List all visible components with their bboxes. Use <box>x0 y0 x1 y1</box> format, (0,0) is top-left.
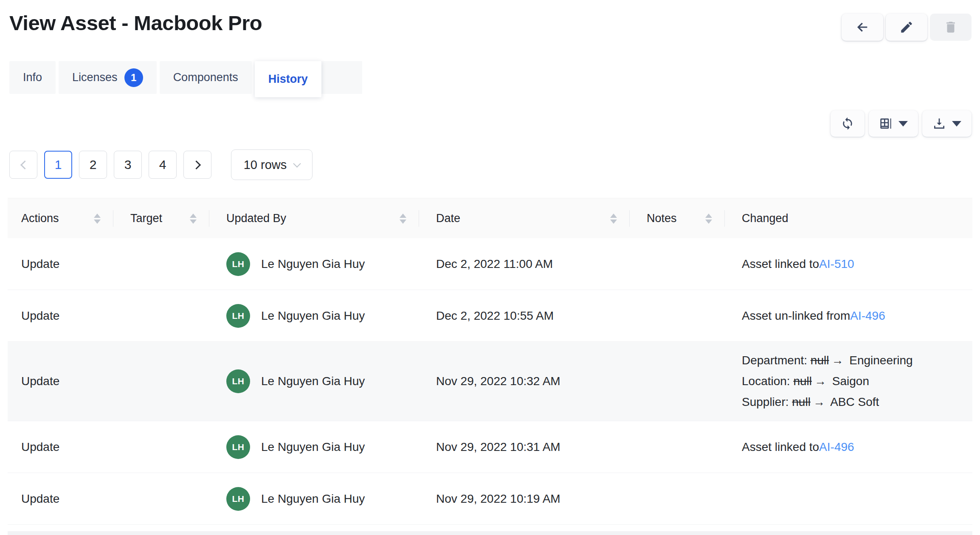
user-name: Le Nguyen Gia Huy <box>261 309 365 323</box>
cell-action: Update <box>8 374 113 388</box>
arrow-right-icon: → <box>811 395 828 408</box>
history-table: Actions Target Updated By Date Notes Cha… <box>8 198 972 525</box>
column-header-target[interactable]: Target <box>113 198 209 239</box>
avatar: LH <box>226 304 250 328</box>
refresh-icon <box>841 117 854 130</box>
next-row-edge <box>8 531 972 535</box>
column-label: Date <box>436 212 460 225</box>
columns-caret-icon <box>898 121 908 127</box>
tab-licenses-label: Licenses <box>72 71 118 84</box>
header-actions <box>842 14 972 41</box>
arrow-right-icon: → <box>829 354 846 367</box>
table-row: Update LH Le Nguyen Gia Huy Dec 2, 2022 … <box>8 238 972 290</box>
table-row: Update LH Le Nguyen Gia Huy Nov 29, 2022… <box>8 473 972 525</box>
old-value: null <box>811 354 829 367</box>
column-header-updated-by[interactable]: Updated By <box>209 198 419 239</box>
tab-strip-filler <box>321 61 362 94</box>
download-icon <box>932 117 946 130</box>
sort-icon <box>94 214 101 224</box>
columns-button[interactable] <box>869 110 918 137</box>
cell-changed: Department: null→ Engineering Location: … <box>725 342 972 421</box>
cell-updated-by: LH Le Nguyen Gia Huy <box>209 435 419 459</box>
asset-link[interactable]: AI-510 <box>819 257 854 271</box>
page-header: View Asset - Macbook Pro <box>0 0 980 41</box>
page-title: View Asset - Macbook Pro <box>9 11 262 35</box>
delete-button[interactable] <box>930 14 972 41</box>
tab-licenses[interactable]: Licenses 1 <box>59 61 157 94</box>
column-label: Target <box>130 212 162 225</box>
user-name: Le Nguyen Gia Huy <box>261 440 365 454</box>
page-button-3[interactable]: 3 <box>114 151 142 179</box>
back-button[interactable] <box>842 14 883 41</box>
chevron-right-icon <box>191 160 200 169</box>
sort-icon <box>190 214 197 224</box>
cell-updated-by: LH Le Nguyen Gia Huy <box>209 252 419 276</box>
page-button-1[interactable]: 1 <box>44 151 72 179</box>
cell-updated-by: LH Le Nguyen Gia Huy <box>209 487 419 511</box>
asset-link[interactable]: AI-496 <box>850 309 885 323</box>
change-field: Supplier: <box>742 395 792 408</box>
page-button-4[interactable]: 4 <box>149 151 177 179</box>
change-field: Department: <box>742 354 811 367</box>
tab-bar: Info Licenses 1 Components History <box>9 61 980 98</box>
change-lines: Department: null→ Engineering Location: … <box>742 342 913 421</box>
cell-updated-by: LH Le Nguyen Gia Huy <box>209 369 419 393</box>
user-name: Le Nguyen Gia Huy <box>261 374 365 388</box>
user-name: Le Nguyen Gia Huy <box>261 492 365 506</box>
cell-date: Nov 29, 2022 10:32 AM <box>419 374 630 388</box>
edit-button[interactable] <box>886 14 927 41</box>
trash-icon <box>943 20 958 34</box>
avatar: LH <box>226 369 250 393</box>
export-button[interactable] <box>922 110 972 137</box>
page-number: 1 <box>55 158 62 172</box>
export-caret-icon <box>952 121 961 127</box>
next-page-button[interactable] <box>183 151 211 179</box>
avatar: LH <box>226 435 250 459</box>
tab-history[interactable]: History <box>255 61 321 97</box>
column-header-date[interactable]: Date <box>419 198 630 239</box>
rows-per-page-select[interactable]: 10 rows <box>231 149 313 180</box>
table-row: Update LH Le Nguyen Gia Huy Dec 2, 2022 … <box>8 290 972 342</box>
prev-page-button[interactable] <box>9 151 37 179</box>
sort-icon <box>400 214 406 224</box>
pencil-icon <box>899 20 914 34</box>
avatar: LH <box>226 487 250 511</box>
user-name: Le Nguyen Gia Huy <box>261 257 365 271</box>
changed-text: Asset linked to <box>742 257 819 271</box>
table-toolbar <box>0 98 980 137</box>
change-line: Location: null→ Saigon <box>742 374 913 388</box>
refresh-button[interactable] <box>831 110 865 137</box>
chevron-down-icon <box>293 160 301 167</box>
column-header-actions[interactable]: Actions <box>8 198 113 239</box>
old-value: null <box>792 395 811 408</box>
old-value: null <box>793 374 812 388</box>
columns-icon <box>879 117 893 130</box>
changed-text: Asset un-linked from <box>742 309 850 323</box>
cell-action: Update <box>8 492 113 506</box>
cell-date: Dec 2, 2022 10:55 AM <box>419 309 630 323</box>
table-row: Update LH Le Nguyen Gia Huy Nov 29, 2022… <box>8 421 972 473</box>
tab-components-label: Components <box>173 71 238 84</box>
view-asset-page: View Asset - Macbook Pro Info <box>0 0 980 535</box>
cell-action: Update <box>8 440 113 454</box>
rows-per-page-value: 10 rows <box>244 158 287 172</box>
page-button-2[interactable]: 2 <box>79 151 107 179</box>
cell-changed: Asset un-linked from AI-496 <box>725 309 972 323</box>
asset-link[interactable]: AI-496 <box>819 440 854 454</box>
cell-date: Nov 29, 2022 10:19 AM <box>419 492 630 506</box>
tab-info[interactable]: Info <box>9 61 56 94</box>
column-label: Updated By <box>226 212 286 225</box>
column-header-notes[interactable]: Notes <box>630 198 725 239</box>
cell-changed: Asset linked to AI-510 <box>725 257 972 271</box>
tab-components[interactable]: Components <box>160 61 252 94</box>
table-row: Update LH Le Nguyen Gia Huy Nov 29, 2022… <box>8 342 972 421</box>
new-value: Saigon <box>829 374 869 388</box>
chevron-left-icon <box>20 160 29 169</box>
new-value: ABC Soft <box>828 395 879 408</box>
page-number: 4 <box>159 158 166 172</box>
sort-icon <box>610 214 617 224</box>
cell-action: Update <box>8 309 113 323</box>
table-header-row: Actions Target Updated By Date Notes Cha… <box>8 198 972 238</box>
cell-action: Update <box>8 257 113 271</box>
column-header-changed: Changed <box>725 198 972 239</box>
